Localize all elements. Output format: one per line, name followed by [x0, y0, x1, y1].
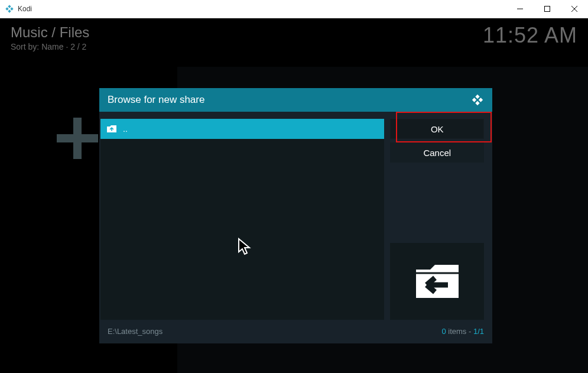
dialog-title: Browse for new share — [108, 94, 471, 106]
breadcrumb: Music / Files — [11, 24, 89, 41]
ok-button[interactable]: OK — [390, 119, 484, 139]
maximize-button[interactable] — [534, 0, 561, 18]
separator-dot: · — [66, 42, 70, 51]
ok-button-label: OK — [431, 124, 444, 134]
footer-count-label: items - — [446, 327, 473, 336]
footer-count-value: 0 — [441, 327, 446, 336]
list-item-label: .. — [123, 124, 128, 134]
kodi-logo-icon — [471, 93, 484, 106]
page-info: 2 / 2 — [70, 42, 86, 51]
cancel-button-label: Cancel — [423, 148, 451, 158]
dialog-side-panel: OK Cancel — [390, 119, 484, 320]
dialog-body: .. OK Cancel — [99, 112, 492, 320]
footer-path: E:\Latest_songs — [108, 327, 441, 336]
folder-up-icon — [106, 125, 117, 133]
sort-info: Sort by: Name · 2 / 2 — [11, 42, 89, 51]
sort-label: Sort by: Name — [11, 42, 63, 51]
list-item-parent[interactable]: .. — [100, 119, 384, 139]
kodi-logo-icon — [5, 4, 14, 14]
background-header: Music / Files Sort by: Name · 2 / 2 — [11, 24, 89, 51]
footer-page: 1/1 — [473, 327, 484, 336]
dialog-header: Browse for new share — [99, 88, 492, 112]
folder-back-icon — [414, 260, 461, 303]
dialog-footer: E:\Latest_songs 0 items - 1/1 — [99, 320, 492, 342]
window-controls — [506, 0, 588, 18]
svg-rect-0 — [545, 7, 550, 12]
footer-count: 0 items - 1/1 — [441, 327, 484, 336]
minimize-button[interactable] — [506, 0, 534, 18]
cancel-button[interactable]: Cancel — [390, 142, 484, 163]
file-listing[interactable]: .. — [100, 119, 384, 320]
preview-box — [390, 243, 484, 320]
window-title: Kodi — [18, 5, 506, 13]
close-button[interactable] — [561, 0, 588, 18]
window-titlebar: Kodi — [0, 0, 588, 18]
add-source-plus-icon — [57, 118, 98, 159]
clock: 11:52 AM — [483, 23, 577, 48]
browse-dialog: Browse for new share .. OK Cancel — [99, 88, 492, 343]
app-body: Music / Files Sort by: Name · 2 / 2 11:5… — [0, 18, 588, 373]
